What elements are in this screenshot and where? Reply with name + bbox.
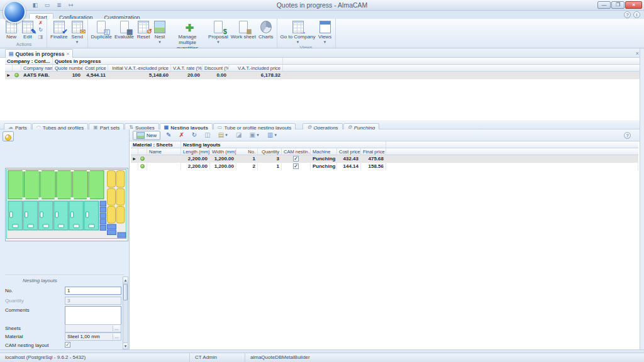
column-header-name[interactable]: Name	[147, 148, 181, 155]
form-textarea-field[interactable]	[65, 306, 121, 326]
toolbar-delete-x-icon[interactable]: ✗	[177, 131, 186, 140]
qat-folder-icon[interactable]: ▭	[43, 1, 51, 9]
form-input-field[interactable]: 3	[65, 297, 121, 305]
new-layout-picture-icon	[136, 132, 145, 139]
nesting-layouts-table: Material : SheetsNesting layoutsNameLeng…	[131, 141, 638, 170]
nest-layout-icon	[153, 20, 167, 34]
picker-ellipsis-button[interactable]: ...	[113, 334, 120, 339]
toolbar-edit-pen-icon[interactable]: ✎	[164, 131, 173, 140]
table-row[interactable]: ▸2,200.001,200.0013✓Punching 1432.43475.…	[131, 155, 638, 163]
column-header-quote_number[interactable]: Quote number	[53, 65, 83, 71]
row-filler	[386, 155, 638, 163]
column-header-quantity[interactable]: Quantity	[258, 148, 282, 155]
ribbon-small-buttons: ✗↻◨	[36, 20, 45, 41]
column-header-length_mm[interactable]: Length (mm)	[181, 148, 210, 155]
toolbar-column-chooser-icon[interactable]: ▥▼	[265, 131, 279, 140]
ribbon-button-finalize[interactable]: ✔Finalize	[49, 19, 69, 41]
column-header-vat_rate[interactable]: V.A.T. rate (%)	[171, 65, 203, 71]
ribbon-group-views: →Go to Company▼Views▼Views	[277, 19, 336, 48]
toolbar-copy-icon[interactable]: ◪	[234, 131, 243, 140]
column-header-cost_price[interactable]: Cost price	[83, 65, 108, 71]
ribbon-small-paste-small-icon[interactable]: ◨	[36, 34, 45, 41]
ribbon-button-send[interactable]: ✉Send▼	[69, 19, 86, 45]
ribbon-button-duplicate[interactable]: ◫Duplicate	[90, 19, 113, 41]
column-header-initial_vat_excluded_price[interactable]: Initial V.A.T.-excluded price	[108, 65, 171, 71]
tab-quotes-in-progress[interactable]: ▤ Quotes in progress ×	[5, 49, 73, 58]
refresh-icon: ↻	[192, 132, 197, 138]
ribbon-small-delete-x-icon[interactable]: ✗	[36, 20, 45, 27]
send-envelope-icon: ✉	[70, 20, 84, 34]
ribbon-small-refresh-small-icon[interactable]: ↻	[36, 27, 45, 34]
form-input-field[interactable]: 1	[65, 287, 121, 295]
toolbar-duplicate-icon[interactable]: ◫	[203, 131, 212, 140]
table-row[interactable]: ▸AATS FAB.1004,544.115,148.6020.000.006,…	[5, 72, 640, 79]
column-header-final_price[interactable]: Final price	[361, 148, 386, 155]
scroll-down-icon[interactable]: ▼	[123, 343, 128, 349]
ribbon-button-label: Edit	[23, 35, 32, 40]
row-filler	[386, 163, 638, 170]
ribbon-button-evaluate[interactable]: ▦Evaluate	[113, 19, 135, 41]
column-header-discount[interactable]: Discount (%)	[203, 65, 229, 71]
form-picker-field[interactable]: ...	[65, 324, 121, 332]
maximize-button[interactable]: ❐	[611, 1, 625, 9]
checkbox-cam_nesting[interactable]: ✓	[293, 156, 299, 162]
ribbon-button-label: Nest	[155, 35, 165, 40]
dropdown-arrow-icon: ▼	[296, 40, 300, 45]
quotes-table: Company : Cont...Quotes in progressCompa…	[5, 58, 640, 79]
ribbon-group-label	[49, 45, 86, 48]
checkbox-cam_nesting[interactable]: ✓	[293, 163, 299, 169]
form-checkbox[interactable]: ✓	[65, 342, 70, 348]
application-menu-orb[interactable]	[3, 1, 26, 23]
status-schema: almaQuoteDBMetalBuilder	[245, 353, 314, 362]
ribbon-button-views[interactable]: Views▼	[317, 19, 333, 45]
ribbon-button-proposal[interactable]: $Proposal▼	[207, 19, 230, 45]
status-dot-green	[14, 73, 19, 77]
help-icon[interactable]: ?	[624, 11, 631, 18]
ribbon-button-work-sheet[interactable]: ≣Work sheet	[230, 19, 257, 41]
column-header-width_mm[interactable]: Width (mm)	[210, 148, 236, 155]
form-label: Sheets	[5, 326, 21, 331]
toolbar-export-doc-icon[interactable]: ▤▼	[216, 131, 230, 140]
group-header-filler	[283, 58, 640, 64]
picker-ellipsis-button[interactable]: ...	[113, 326, 120, 331]
pane-close-icon[interactable]: ×	[636, 50, 639, 57]
table-row[interactable]: 2,200.001,200.0021✓Punching 1144.14158.5…	[131, 163, 638, 170]
layout-tool-button[interactable]	[3, 131, 14, 141]
ribbon-button-go-to-company[interactable]: →Go to Company▼	[279, 19, 317, 45]
scroll-up-icon[interactable]: ▲	[123, 277, 128, 283]
ribbon-button-reset[interactable]: ↺Reset	[135, 19, 152, 41]
column-header-filler	[283, 65, 640, 71]
nesting-preview[interactable]	[5, 168, 128, 241]
minimize-button[interactable]: —	[597, 1, 611, 9]
ribbon-button-nest[interactable]: Nest▼	[152, 19, 168, 45]
cell-final_price: 158.56	[361, 163, 386, 170]
qat-people-icon[interactable]: ◧	[31, 1, 39, 9]
toolbar-print-icon[interactable]: ▣▼	[248, 131, 262, 140]
ribbon-button-charts[interactable]: Charts	[257, 19, 275, 41]
column-header-machine[interactable]: Machine	[311, 148, 337, 155]
ribbon-button-edit[interactable]: ✎Edit	[19, 19, 36, 41]
dropdown-arrow-icon: ▼	[225, 131, 228, 140]
scroll-thumb[interactable]	[123, 284, 128, 300]
cell-no: 1	[236, 155, 258, 163]
ribbon-button-manage-multiple-quantities[interactable]: ✚Manage multiple quantities	[168, 19, 207, 52]
form-label: CAM nesting layout	[5, 343, 48, 348]
column-header-no[interactable]: No.	[236, 148, 258, 155]
column-header-vat_included_price[interactable]: V.A.T.-included price	[229, 65, 283, 71]
new-nesting-layout-button[interactable]: New	[133, 131, 160, 140]
right-frame	[640, 48, 644, 349]
qat-list-icon[interactable]: ≣	[55, 1, 63, 9]
column-header-company_name[interactable]: Company name	[21, 65, 53, 71]
toolbar-refresh-icon[interactable]: ↻	[190, 131, 199, 140]
column-header-cam_nesting[interactable]: CAM nestin...	[282, 148, 311, 155]
form-picker-field[interactable]: Steel 1,00 mm...	[65, 332, 121, 341]
tab-close-icon[interactable]: ×	[67, 51, 70, 57]
cell-length_mm: 2,200.00	[181, 155, 210, 163]
form-scrollbar[interactable]: ▲ ▼	[123, 277, 128, 349]
toolbar-help-icon[interactable]: ?	[624, 132, 631, 139]
qat-pin-icon[interactable]: ↦	[67, 1, 75, 9]
column-header-cost_price[interactable]: Cost price	[337, 148, 361, 155]
close-button[interactable]: ×	[625, 1, 642, 9]
info-icon[interactable]: i	[633, 11, 640, 18]
almacam-window: ◧▭≣↦ Quotes in progress - AlmaCAM — ❐ × …	[0, 0, 644, 362]
